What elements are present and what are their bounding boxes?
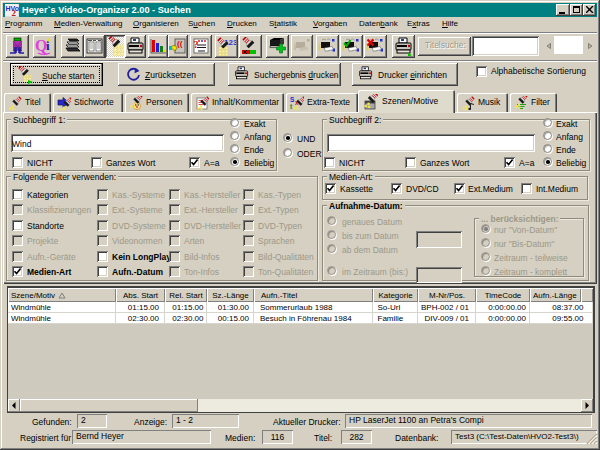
svg-text:i: i [343,41,346,52]
svg-text:t: t [290,103,293,110]
svg-text:?: ? [194,39,199,50]
svg-text:i: i [319,41,322,52]
svg-text:2: 2 [12,8,17,17]
svg-text:((: (( [177,39,183,48]
svg-text:i: i [294,41,297,52]
